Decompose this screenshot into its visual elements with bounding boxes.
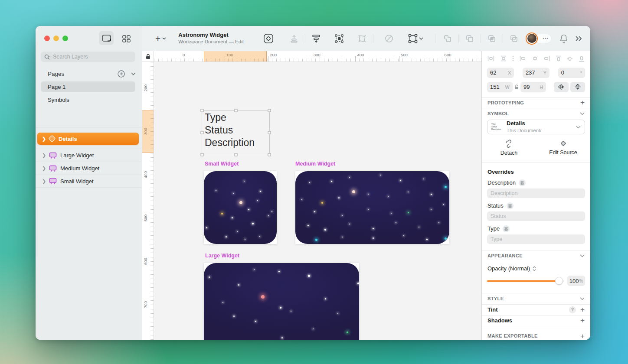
- send-to-symbols-button[interactable]: [289, 33, 299, 44]
- sidebar-item-medium-widget[interactable]: ❯ Medium Widget: [36, 162, 142, 175]
- ungroup-button[interactable]: [357, 33, 367, 44]
- expand-chevron-icon[interactable]: ❯: [42, 179, 46, 184]
- x-position-field[interactable]: 62 X: [487, 68, 514, 78]
- align-bottom-button[interactable]: [579, 55, 585, 62]
- pages-layers-divider[interactable]: [36, 127, 142, 127]
- expand-toolbar-button[interactable]: [575, 36, 582, 42]
- artboard-label-large-widget[interactable]: Large Widget: [205, 253, 239, 259]
- flip-horizontal-button[interactable]: [554, 82, 569, 92]
- symbol-source-select[interactable]: Type Status Description Details This Doc…: [487, 120, 585, 134]
- resize-handle-nw[interactable]: [201, 109, 204, 112]
- boolean-difference-button[interactable]: [509, 33, 519, 44]
- override-status-input[interactable]: [487, 211, 585, 221]
- scale-button[interactable]: [408, 33, 424, 44]
- artboard-large-widget[interactable]: [204, 263, 359, 340]
- style-section-header[interactable]: STYLE: [482, 293, 590, 304]
- chevron-down-icon[interactable]: [580, 254, 585, 257]
- chevron-down-icon[interactable]: [580, 297, 585, 300]
- artboard-label-medium-widget[interactable]: Medium Widget: [295, 161, 335, 167]
- insert-button[interactable]: +: [155, 34, 166, 43]
- boolean-subtract-button[interactable]: [464, 33, 475, 44]
- distribute-vertically-button[interactable]: [500, 55, 507, 62]
- chevron-down-icon[interactable]: [580, 112, 585, 115]
- add-export-button[interactable]: +: [580, 332, 585, 340]
- create-symbol-button[interactable]: [263, 33, 274, 44]
- sidebar-item-large-widget[interactable]: ❯ Large Widget: [36, 149, 142, 162]
- overrides-layers-icon[interactable]: [519, 179, 526, 186]
- selection-bounding-box[interactable]: [202, 110, 270, 155]
- align-left-button[interactable]: [520, 55, 526, 62]
- add-shadow-button[interactable]: +: [580, 317, 585, 324]
- width-field[interactable]: 151 W: [487, 82, 513, 92]
- canvas-view-toggle[interactable]: [99, 31, 114, 45]
- resize-handle-sw[interactable]: [201, 153, 204, 156]
- symbol-section-header[interactable]: SYMBOL: [482, 108, 590, 119]
- expand-chevron-icon[interactable]: ❯: [42, 153, 46, 158]
- height-field[interactable]: 99 H: [520, 82, 546, 92]
- pages-collapse-chevron[interactable]: [131, 72, 136, 75]
- aspect-ratio-lock-button[interactable]: [514, 84, 519, 90]
- search-input[interactable]: [53, 54, 132, 60]
- y-position-field[interactable]: 237 Y: [523, 68, 550, 78]
- detach-button[interactable]: Detach: [482, 140, 536, 156]
- make-exportable-section-header[interactable]: MAKE EXPORTABLE +: [482, 326, 590, 340]
- opacity-blend-label[interactable]: Opacity (Normal): [487, 265, 530, 272]
- add-prototyping-button[interactable]: +: [580, 99, 585, 106]
- overrides-layers-icon[interactable]: [503, 225, 510, 232]
- tidy-button[interactable]: [311, 33, 321, 44]
- zoom-window-button[interactable]: [62, 36, 68, 41]
- vertical-ruler[interactable]: 200300400500600700: [142, 62, 154, 340]
- prototyping-section-header[interactable]: PROTOTYPING +: [482, 98, 590, 108]
- collaborators[interactable]: •••: [526, 32, 553, 45]
- align-top-button[interactable]: [556, 55, 562, 62]
- edit-source-button[interactable]: Edit Source: [536, 140, 590, 156]
- components-view-toggle[interactable]: [121, 34, 131, 43]
- resize-handle-n[interactable]: [234, 109, 237, 112]
- resize-handle-se[interactable]: [268, 153, 271, 156]
- close-window-button[interactable]: [44, 36, 50, 41]
- minimize-window-button[interactable]: [53, 36, 59, 41]
- opacity-value-field[interactable]: 100 %: [567, 276, 585, 286]
- expand-chevron-icon[interactable]: ❯: [42, 166, 46, 171]
- boolean-union-button[interactable]: [442, 33, 453, 44]
- more-align-options-button[interactable]: [512, 55, 514, 62]
- shadows-row[interactable]: Shadows +: [482, 315, 590, 326]
- edit-selection-button[interactable]: [334, 33, 344, 44]
- tint-help-button[interactable]: ?: [569, 306, 576, 313]
- overrides-layers-icon[interactable]: [507, 202, 514, 209]
- tint-row[interactable]: Tint ? +: [482, 304, 590, 315]
- opacity-slider-knob[interactable]: [555, 277, 563, 285]
- rotation-field[interactable]: 0 °: [558, 68, 585, 78]
- opacity-slider[interactable]: [487, 277, 564, 285]
- canvas-area[interactable]: 0100200300400500600 200300400500600700 T…: [142, 51, 481, 340]
- align-middle-vertical-button[interactable]: [567, 55, 573, 62]
- user-avatar[interactable]: [526, 32, 538, 45]
- artboard-medium-widget[interactable]: [295, 171, 449, 244]
- expand-chevron-icon[interactable]: ❯: [42, 136, 46, 142]
- resize-handle-ne[interactable]: [268, 109, 271, 112]
- search-field[interactable]: [41, 52, 135, 62]
- align-right-button[interactable]: [543, 55, 550, 62]
- override-description-input[interactable]: [487, 188, 585, 198]
- add-tint-button[interactable]: +: [580, 306, 585, 313]
- resize-handle-w[interactable]: [201, 131, 204, 134]
- distribute-horizontally-button[interactable]: [487, 55, 494, 62]
- override-type-input[interactable]: [487, 234, 585, 244]
- canvas[interactable]: Type Status Description: [154, 62, 481, 340]
- resize-handle-s[interactable]: [234, 153, 237, 156]
- resize-handle-e[interactable]: [268, 131, 271, 134]
- sidebar-item-details[interactable]: ❯ Details: [37, 133, 139, 145]
- ruler-lock[interactable]: [142, 51, 154, 62]
- align-center-horizontal-button[interactable]: [532, 55, 538, 62]
- mask-button[interactable]: [384, 33, 394, 44]
- boolean-intersect-button[interactable]: [487, 33, 497, 44]
- document-title-block[interactable]: Astronomy Widget Workspace Document — Ed…: [178, 32, 244, 45]
- sidebar-item-page-1[interactable]: Page 1: [41, 81, 135, 92]
- add-page-button[interactable]: [118, 70, 125, 78]
- flip-vertical-button[interactable]: [570, 82, 585, 92]
- horizontal-ruler[interactable]: 0100200300400500600: [154, 51, 481, 62]
- sidebar-item-symbols[interactable]: Symbols: [41, 94, 135, 105]
- stepper-icon[interactable]: [533, 266, 536, 271]
- appearance-section-header[interactable]: APPEARANCE: [482, 250, 590, 261]
- artboard-small-widget[interactable]: [204, 171, 277, 244]
